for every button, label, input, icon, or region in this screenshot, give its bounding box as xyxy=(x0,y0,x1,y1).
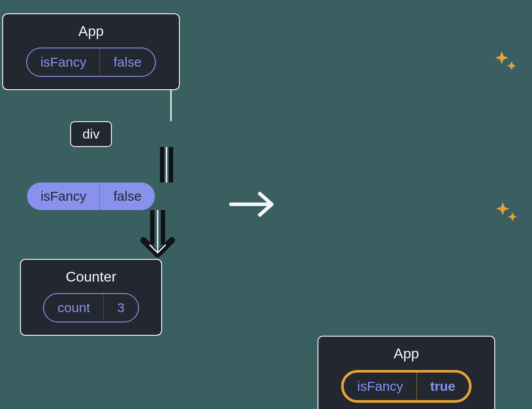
left-column: App isFancy false div isFancy fal xyxy=(2,13,180,336)
sparkle-icon xyxy=(493,49,520,75)
right-column: App isFancy true div isFancy xyxy=(318,336,495,409)
app-node: App isFancy false xyxy=(2,13,180,90)
transition-arrow-icon xyxy=(226,187,280,222)
counter-state-pill: count 3 xyxy=(43,293,139,322)
counter-prop-label: count xyxy=(44,294,103,322)
counter-prop-value: 3 xyxy=(104,294,138,322)
app-prop-value: false xyxy=(100,48,155,76)
sparkle-icon xyxy=(494,200,520,226)
props-pill-inner: isFancy false xyxy=(27,183,155,210)
app-state-pill: isFancy false xyxy=(26,48,156,77)
app-title: App xyxy=(79,23,104,40)
app-prop-value: true xyxy=(417,373,469,400)
props-pill: isFancy false xyxy=(27,183,155,210)
counter-title: Counter xyxy=(66,269,116,285)
app-state-pill-highlighted: isFancy true xyxy=(341,370,471,403)
connector-pill-counter xyxy=(135,210,180,259)
app-prop-label: isFancy xyxy=(344,373,417,400)
connector-app-div xyxy=(162,90,180,121)
diagram-root: App isFancy false div isFancy fal xyxy=(0,0,532,409)
app-title: App xyxy=(394,345,419,362)
connector-div-pill xyxy=(153,147,180,183)
app-node: App isFancy true xyxy=(318,336,495,409)
app-prop-label: isFancy xyxy=(27,48,100,76)
div-label: div xyxy=(83,127,99,142)
props-prop-value: false xyxy=(100,183,155,210)
div-node: div xyxy=(70,121,112,147)
counter-node: Counter count 3 xyxy=(20,259,162,336)
props-prop-label: isFancy xyxy=(27,183,100,210)
